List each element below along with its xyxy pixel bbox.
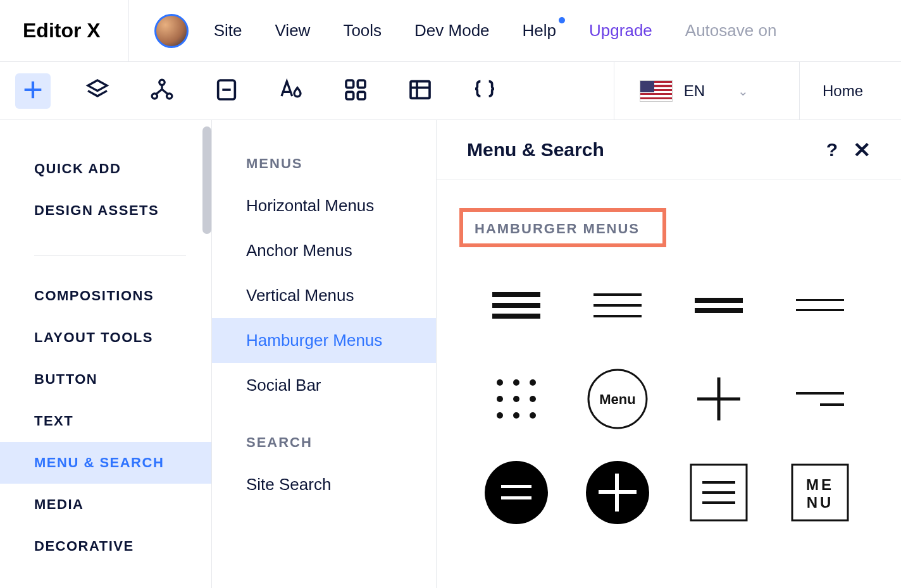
subpanel-item-social-bar[interactable]: Social Bar xyxy=(212,363,436,408)
svg-rect-15 xyxy=(695,298,743,303)
sidebar-item-decorative[interactable]: DECORATIVE xyxy=(34,525,211,567)
scrollbar-thumb[interactable] xyxy=(202,126,211,234)
menu-help[interactable]: Help xyxy=(523,21,556,40)
hamburger-grid: Menu MENU xyxy=(459,267,878,530)
sidebar-item-quick-add[interactable]: QUICK ADD xyxy=(34,148,211,190)
hamburger-2-bar-thin-icon[interactable] xyxy=(776,267,864,343)
subpanel-heading-search: SEARCH xyxy=(212,427,436,462)
master-button[interactable] xyxy=(144,73,180,109)
svg-rect-12 xyxy=(593,293,642,296)
subpanel-item-site-search[interactable]: Site Search xyxy=(212,462,436,507)
hamburger-plus-icon[interactable] xyxy=(674,361,763,437)
hamburger-2-bar-bold-icon[interactable] xyxy=(674,267,763,343)
sidebar-item-menu-search[interactable]: MENU & SEARCH xyxy=(0,442,211,484)
menu-tools[interactable]: Tools xyxy=(343,21,382,40)
page-icon xyxy=(214,77,239,105)
sidebar: QUICK ADD DESIGN ASSETS COMPOSITIONS LAY… xyxy=(0,120,211,588)
theme-button[interactable] xyxy=(273,73,309,109)
language-selector[interactable]: EN ⌄ xyxy=(614,62,770,119)
sidebar-item-media[interactable]: MEDIA xyxy=(34,484,211,525)
close-icon[interactable]: ✕ xyxy=(853,139,871,161)
svg-rect-18 xyxy=(796,309,844,311)
menu-site[interactable]: Site xyxy=(214,21,242,40)
page-name: Home xyxy=(823,82,863,100)
sidebar-divider xyxy=(34,255,186,256)
content-header: Menu & Search ? ✕ xyxy=(437,120,901,180)
page-button[interactable] xyxy=(209,73,244,109)
svg-point-22 xyxy=(497,396,503,402)
svg-rect-11 xyxy=(492,314,540,319)
hamburger-circle-equals-icon[interactable] xyxy=(472,455,561,530)
sidebar-item-design-assets[interactable]: DESIGN ASSETS xyxy=(34,190,211,231)
svg-point-24 xyxy=(530,396,536,402)
subpanel-heading-menus: MENUS xyxy=(212,148,436,183)
sidebar-item-button[interactable]: BUTTON xyxy=(34,358,211,400)
menu-view[interactable]: View xyxy=(275,21,310,40)
svg-point-20 xyxy=(513,379,519,386)
menu-upgrade[interactable]: Upgrade xyxy=(589,21,652,40)
sidebar-item-layout-tools[interactable]: LAYOUT TOOLS xyxy=(34,317,211,358)
subpanel-item-anchor-menus[interactable]: Anchor Menus xyxy=(212,228,436,273)
help-icon[interactable]: ? xyxy=(826,139,838,161)
section-highlight: HAMBURGER MENUS xyxy=(459,208,666,247)
subpanel: MENUS Horizontal Menus Anchor Menus Vert… xyxy=(211,120,437,588)
svg-point-0 xyxy=(159,80,165,85)
svg-rect-5 xyxy=(357,80,365,88)
svg-rect-7 xyxy=(357,92,365,99)
layers-button[interactable] xyxy=(80,73,115,109)
subpanel-item-hamburger-menus[interactable]: Hamburger Menus xyxy=(212,318,436,363)
autosave-status: Autosave on xyxy=(685,21,777,40)
layers-icon xyxy=(85,77,110,105)
top-menu: Site View Tools Dev Mode Help Upgrade Au… xyxy=(214,21,777,40)
hamburger-box-3-icon[interactable] xyxy=(674,455,763,530)
svg-point-23 xyxy=(513,396,519,402)
logo[interactable]: Editor X xyxy=(23,0,129,61)
code-button[interactable] xyxy=(467,73,502,109)
text-drop-icon xyxy=(278,77,304,105)
svg-rect-30 xyxy=(796,392,844,395)
svg-point-25 xyxy=(497,412,503,419)
content-title: Menu & Search xyxy=(467,139,604,161)
plus-icon xyxy=(20,77,46,105)
cms-button[interactable] xyxy=(402,73,438,109)
svg-rect-37 xyxy=(599,490,637,494)
add-button[interactable] xyxy=(15,73,51,109)
svg-rect-41 xyxy=(702,501,735,504)
svg-text:Menu: Menu xyxy=(599,391,635,407)
avatar[interactable] xyxy=(154,14,189,48)
hamburger-circle-plus-icon[interactable] xyxy=(573,455,662,530)
grid-4-icon xyxy=(343,77,368,105)
hamburger-thin-3-icon[interactable] xyxy=(573,267,662,343)
hamburger-menu-circle-icon[interactable]: Menu xyxy=(573,361,662,437)
tool-bar: EN ⌄ Home xyxy=(0,62,901,120)
braces-icon xyxy=(472,77,497,105)
page-selector[interactable]: Home xyxy=(799,62,886,119)
chevron-down-icon: ⌄ xyxy=(738,83,749,99)
svg-point-32 xyxy=(485,461,548,524)
svg-rect-6 xyxy=(346,92,354,99)
svg-rect-16 xyxy=(695,308,743,313)
svg-text:NU: NU xyxy=(807,494,834,511)
hamburger-right-align-icon[interactable] xyxy=(776,361,864,437)
menu-dev-mode[interactable]: Dev Mode xyxy=(414,21,490,40)
apps-button[interactable] xyxy=(338,73,373,109)
svg-rect-9 xyxy=(492,292,540,297)
svg-point-19 xyxy=(497,379,503,386)
section-label: HAMBURGER MENUS xyxy=(475,221,640,237)
sidebar-item-text[interactable]: TEXT xyxy=(34,400,211,442)
svg-rect-13 xyxy=(593,304,642,307)
hamburger-dots-icon[interactable] xyxy=(472,361,561,437)
hamburger-bold-3-icon[interactable] xyxy=(472,267,561,343)
content-panel: Menu & Search ? ✕ HAMBURGER MENUS xyxy=(437,120,901,588)
main-area: QUICK ADD DESIGN ASSETS COMPOSITIONS LAY… xyxy=(0,120,901,588)
connections-icon xyxy=(149,77,175,105)
sidebar-item-compositions[interactable]: COMPOSITIONS xyxy=(34,275,211,317)
svg-rect-10 xyxy=(492,303,540,308)
subpanel-item-horizontal-menus[interactable]: Horizontal Menus xyxy=(212,183,436,228)
svg-point-21 xyxy=(530,379,536,386)
svg-rect-14 xyxy=(593,315,642,317)
subpanel-item-vertical-menus[interactable]: Vertical Menus xyxy=(212,273,436,318)
hamburger-box-menu-text-icon[interactable]: MENU xyxy=(776,455,864,530)
svg-rect-40 xyxy=(702,491,735,494)
svg-rect-39 xyxy=(702,481,735,484)
